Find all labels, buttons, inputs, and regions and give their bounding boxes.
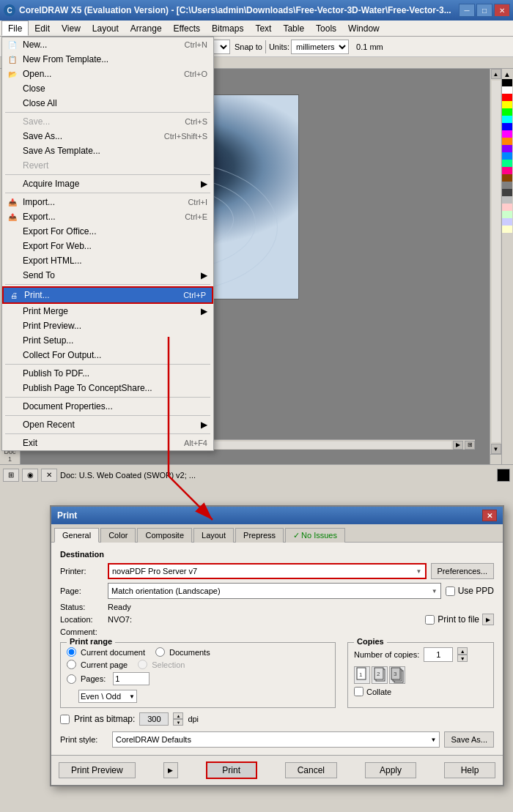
color-darkgray[interactable] <box>502 189 512 196</box>
toolbar-toggle[interactable]: ⊞ <box>3 469 19 482</box>
palette-scroll-up[interactable]: ▲ <box>502 69 512 79</box>
menu-effects[interactable]: Effects <box>168 21 206 36</box>
menu-export-office[interactable]: Export For Office... <box>2 224 213 239</box>
pages-input[interactable] <box>113 672 150 685</box>
menu-text[interactable]: Text <box>249 21 277 36</box>
preferences-button[interactable]: Preferences... <box>431 563 494 579</box>
apply-button[interactable]: Apply <box>365 762 416 778</box>
dpi-up[interactable]: ▲ <box>173 712 183 719</box>
save-as-button[interactable]: Save As... <box>444 731 494 748</box>
color-yellow[interactable] <box>502 101 512 108</box>
menu-save-template[interactable]: Save As Template... <box>2 144 213 158</box>
color-swatch[interactable] <box>497 469 510 482</box>
menu-file[interactable]: File <box>1 21 29 36</box>
menu-doc-props[interactable]: Document Properties... <box>2 399 213 414</box>
tab-general[interactable]: General <box>54 528 99 543</box>
dpi-down[interactable]: ▼ <box>173 719 183 726</box>
current-page-radio[interactable] <box>67 660 76 669</box>
menu-print-merge[interactable]: Print Merge ▶ <box>2 304 213 319</box>
color-orange[interactable] <box>502 138 512 145</box>
color-cyan[interactable] <box>502 116 512 123</box>
cancel-btn[interactable]: ✕ <box>41 469 57 482</box>
menu-open-recent[interactable]: Open Recent ▶ <box>2 417 213 432</box>
units-dropdown[interactable]: millimeters inches pixels <box>291 40 349 54</box>
v-scrollbar[interactable]: ▲ ▼ <box>490 69 501 454</box>
docs-radio[interactable] <box>155 647 165 657</box>
pages-radio[interactable] <box>67 674 76 684</box>
menu-export-html[interactable]: Export HTML... <box>2 253 213 268</box>
menu-close[interactable]: Close <box>2 81 213 96</box>
scroll-expand[interactable]: ⊞ <box>465 441 475 450</box>
color-mint[interactable] <box>502 160 512 167</box>
menu-import[interactable]: 📥 Import... Ctrl+I <box>2 195 213 209</box>
print-dialog-close[interactable]: ✕ <box>482 510 497 521</box>
menu-print-setup[interactable]: Print Setup... <box>2 333 213 348</box>
cancel-button[interactable]: Cancel <box>285 762 337 778</box>
help-button[interactable]: Help <box>444 762 495 778</box>
menu-bitmaps[interactable]: Bitmaps <box>206 21 249 36</box>
copies-input[interactable] <box>424 647 453 662</box>
color-pink[interactable] <box>502 167 512 174</box>
color-blue[interactable] <box>502 123 512 130</box>
menu-export[interactable]: 📤 Export... Ctrl+E <box>2 209 213 224</box>
view-btn[interactable]: ◉ <box>22 469 38 482</box>
print-style-dropdown[interactable]: CorelDRAW Defaults ▼ <box>112 731 440 748</box>
menu-acquire[interactable]: Acquire Image ▶ <box>2 176 213 191</box>
color-lightblue2[interactable] <box>502 218 512 226</box>
print-bitmap-checkbox[interactable] <box>60 715 70 724</box>
menu-publish-concept[interactable]: Publish Page To ConceptShare... <box>2 381 213 395</box>
color-lightblue[interactable] <box>502 152 512 160</box>
tab-color[interactable]: Color <box>100 528 136 543</box>
color-lightgreen[interactable] <box>502 211 512 218</box>
menu-table[interactable]: Table <box>277 21 310 36</box>
color-lightgray[interactable] <box>502 196 512 204</box>
copies-down[interactable]: ▼ <box>457 655 468 662</box>
color-green[interactable] <box>502 108 512 116</box>
color-white[interactable] <box>502 86 512 94</box>
menu-close-all[interactable]: Close All <box>2 96 213 111</box>
copies-up[interactable]: ▲ <box>457 647 468 655</box>
collate-checkbox[interactable] <box>354 687 363 696</box>
color-gray[interactable] <box>502 182 512 189</box>
tab-composite[interactable]: Composite <box>137 528 192 543</box>
print-to-file-checkbox[interactable] <box>425 615 435 625</box>
tab-prepress[interactable]: Prepress <box>235 528 284 543</box>
color-magenta[interactable] <box>502 130 512 138</box>
preview-nav[interactable]: ▶ <box>163 762 178 778</box>
printer-dropdown[interactable]: novaPDF Pro Server v7 ▼ <box>108 563 427 579</box>
color-purple[interactable] <box>502 145 512 152</box>
even-odd-dropdown[interactable]: Even \ Odd ▼ <box>78 690 137 703</box>
minimize-button[interactable]: ─ <box>459 4 475 17</box>
menu-window[interactable]: Window <box>342 21 385 36</box>
menu-open[interactable]: 📂 Open... Ctrl+O <box>2 67 213 81</box>
menu-new[interactable]: 📄 New... Ctrl+N <box>2 37 213 52</box>
color-lightyellow[interactable] <box>502 226 512 233</box>
menu-layout[interactable]: Layout <box>86 21 125 36</box>
print-preview-button[interactable]: Print Preview <box>59 762 136 778</box>
current-doc-radio[interactable] <box>67 647 76 657</box>
color-black[interactable] <box>502 79 512 86</box>
menu-export-web[interactable]: Export For Web... <box>2 239 213 253</box>
menu-tools[interactable]: Tools <box>310 21 342 36</box>
tab-no-issues[interactable]: ✓No Issues <box>285 528 345 543</box>
menu-send-to[interactable]: Send To ▶ <box>2 268 213 283</box>
maximize-button[interactable]: □ <box>476 4 492 17</box>
color-red[interactable] <box>502 94 512 101</box>
use-ppd-checkbox[interactable] <box>446 586 455 596</box>
menu-print[interactable]: 🖨 Print... Ctrl+P <box>2 286 213 304</box>
menu-new-template[interactable]: 📋 New From Template... <box>2 52 213 67</box>
print-to-file-btn[interactable]: ▶ <box>482 614 494 625</box>
print-button[interactable]: Print <box>206 761 257 779</box>
scroll-right[interactable]: ▶ <box>453 441 463 450</box>
menu-view[interactable]: View <box>56 21 86 36</box>
menu-publish-pdf[interactable]: Publish To PDF... <box>2 366 213 381</box>
close-button[interactable]: ✕ <box>494 4 510 17</box>
menu-print-preview[interactable]: Print Preview... <box>2 319 213 333</box>
tab-layout[interactable]: Layout <box>193 528 234 543</box>
menu-exit[interactable]: Exit Alt+F4 <box>2 436 213 450</box>
scroll-up[interactable]: ▲ <box>491 69 501 79</box>
menu-save-as[interactable]: Save As... Ctrl+Shift+S <box>2 129 213 144</box>
color-brown[interactable] <box>502 174 512 182</box>
menu-arrange[interactable]: Arrange <box>125 21 168 36</box>
selection-radio[interactable] <box>138 660 147 669</box>
